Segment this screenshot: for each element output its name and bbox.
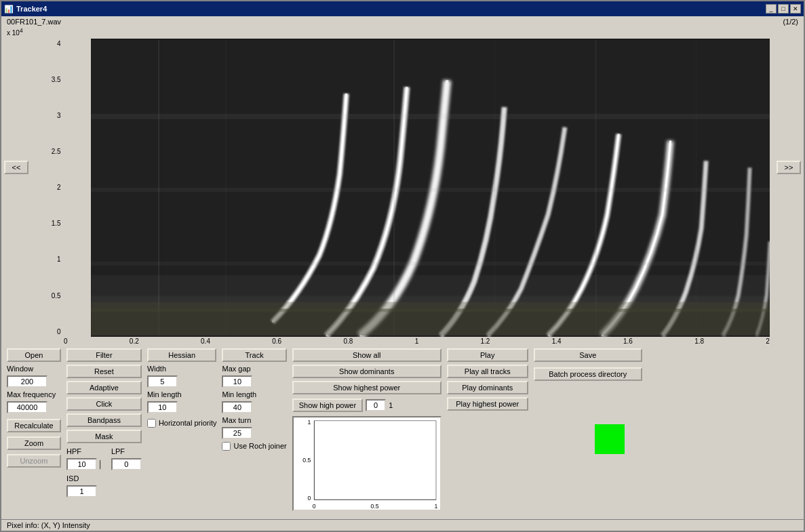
- x-label-18: 1.8: [694, 337, 704, 345]
- y-label-0: 0: [57, 328, 61, 335]
- green-indicator: [595, 424, 625, 454]
- filter-button[interactable]: Filter: [66, 348, 142, 362]
- max-turn-input[interactable]: [222, 427, 252, 439]
- svg-rect-12: [91, 188, 770, 192]
- spectrogram-svg: [91, 39, 770, 337]
- nav-left-button[interactable]: <<: [4, 161, 28, 174]
- max-gap-label: Max gap: [222, 365, 286, 373]
- x-label-12: 1.2: [481, 337, 490, 345]
- show-high-power-row: Show high power 1: [292, 398, 441, 412]
- y-label-4: 4: [57, 40, 61, 47]
- y-label-3: 3: [57, 112, 61, 119]
- svg-rect-17: [314, 421, 436, 500]
- y-label-15: 1.5: [52, 220, 61, 227]
- window-label: Window: [7, 365, 61, 373]
- show-all-button[interactable]: Show all: [292, 348, 441, 362]
- max-turn-label: Max turn: [222, 416, 286, 424]
- reset-button[interactable]: Reset: [66, 365, 142, 378]
- titlebar-left: 📊 Tracker4: [4, 5, 47, 14]
- track-button[interactable]: Track: [222, 348, 286, 362]
- min-length2-input[interactable]: [222, 401, 252, 413]
- recalculate-button[interactable]: Recalculate: [7, 419, 61, 432]
- page-info: (1/2): [783, 18, 798, 26]
- svg-text:0: 0: [313, 503, 316, 510]
- col-save: Save Batch process directory: [534, 348, 642, 454]
- y-label-05: 0.5: [52, 292, 61, 300]
- col-track: Track Max gap Min length Max turn Use Ro…: [222, 348, 286, 451]
- lpf-label: LPF: [111, 447, 142, 455]
- close-button[interactable]: ✕: [790, 4, 801, 14]
- minimize-button[interactable]: _: [766, 4, 777, 14]
- horizontal-priority-checkbox[interactable]: [147, 419, 156, 428]
- spectrogram-section: << >> 4 3.5 3 2.5 2 1.5 1 0.5 0: [1, 39, 804, 346]
- click-button[interactable]: Click: [66, 397, 142, 411]
- lpf-group: LPF: [111, 447, 142, 470]
- titlebar-controls: _ □ ✕: [766, 4, 801, 14]
- x-axis: 0 0.2 0.4 0.6 0.8 1 1.2 1.4 1.6 1.8 2: [64, 337, 770, 346]
- statusbar-text: Pixel info: (X, Y) Intensity: [7, 521, 90, 529]
- max-gap-input[interactable]: [222, 375, 252, 388]
- hessian-button[interactable]: Hessian: [147, 348, 217, 362]
- svg-text:0.5: 0.5: [370, 503, 378, 510]
- min-length-input[interactable]: [147, 401, 178, 413]
- show-highest-power-button[interactable]: Show highest power: [292, 381, 441, 394]
- play-dominants-button[interactable]: Play dominants: [447, 381, 528, 394]
- x10-label: x 104: [7, 29, 23, 37]
- svg-text:1: 1: [307, 418, 311, 425]
- hpf-input[interactable]: [66, 458, 97, 470]
- chart-svg: 1 0.5 0 0 0.5 1: [294, 417, 440, 510]
- controls-section: Open Window Max frequency Recalculate Zo…: [1, 346, 804, 514]
- chart-area: 1 0.5 0 0 0.5 1: [292, 416, 441, 511]
- use-roch-joiner-checkbox[interactable]: [222, 442, 231, 451]
- unzoom-button[interactable]: Unzoom: [7, 454, 61, 468]
- cursor-indicator: │: [98, 460, 103, 468]
- file-title-area: 00FR101_7.wav x 104: [7, 18, 61, 37]
- col-play: Play Play all tracks Play dominants Play…: [447, 348, 528, 411]
- file-info: 00FR101_7.wav x 104 (1/2): [1, 16, 804, 39]
- nav-right-button[interactable]: >>: [777, 161, 801, 174]
- hpf-input-area: │: [66, 458, 103, 470]
- svg-rect-13: [91, 262, 770, 266]
- play-all-tracks-button[interactable]: Play all tracks: [447, 365, 528, 378]
- app-icon: 📊: [4, 5, 14, 14]
- show-high-power-value[interactable]: [366, 399, 386, 411]
- open-button[interactable]: Open: [7, 348, 61, 362]
- isd-input[interactable]: [66, 485, 97, 497]
- y-label-1: 1: [57, 255, 61, 263]
- adaptive-button[interactable]: Adaptive: [66, 381, 142, 394]
- svg-rect-4: [91, 275, 770, 295]
- x-label-02: 0.2: [130, 337, 139, 345]
- svg-text:1: 1: [434, 503, 437, 510]
- x-label-14: 1.4: [552, 337, 562, 345]
- x-label-2: 2: [766, 337, 770, 345]
- use-roch-joiner-row: Use Roch joiner: [222, 442, 286, 451]
- min-length-label: Min length: [147, 390, 217, 398]
- y-label-25: 2.5: [52, 148, 61, 155]
- spectrogram-display[interactable]: [91, 39, 770, 337]
- max-freq-input[interactable]: [7, 401, 47, 413]
- filename: 00FR101_7.wav: [7, 18, 61, 26]
- show-dominants-button[interactable]: Show dominants: [292, 365, 441, 378]
- show-high-power-button[interactable]: Show high power: [292, 398, 363, 412]
- statusbar: Pixel info: (X, Y) Intensity: [1, 519, 804, 531]
- bandpass-button[interactable]: Bandpass: [66, 413, 142, 427]
- width-input[interactable]: [147, 375, 178, 388]
- svg-rect-14: [91, 308, 770, 335]
- main-window: 📊 Tracker4 _ □ ✕ 00FR101_7.wav x 104 (1/…: [0, 0, 805, 532]
- maximize-button[interactable]: □: [778, 4, 789, 14]
- y-label-2: 2: [57, 184, 61, 191]
- save-button[interactable]: Save: [534, 348, 642, 362]
- col-open: Open Window Max frequency Recalculate Zo…: [7, 348, 61, 468]
- window-input[interactable]: [7, 375, 47, 388]
- play-button[interactable]: Play: [447, 348, 528, 362]
- batch-process-button[interactable]: Batch process directory: [534, 367, 642, 381]
- x-label-16: 1.6: [623, 337, 633, 345]
- x-label-04: 0.4: [201, 337, 210, 345]
- zoom-button[interactable]: Zoom: [7, 436, 61, 450]
- x-label-0: 0: [64, 337, 68, 345]
- lpf-input[interactable]: [111, 458, 142, 470]
- horizontal-priority-label: Horizontal priority: [159, 419, 217, 427]
- mask-button[interactable]: Mask: [66, 430, 142, 443]
- play-highest-power-button[interactable]: Play highest power: [447, 397, 528, 411]
- svg-text:0: 0: [307, 495, 311, 502]
